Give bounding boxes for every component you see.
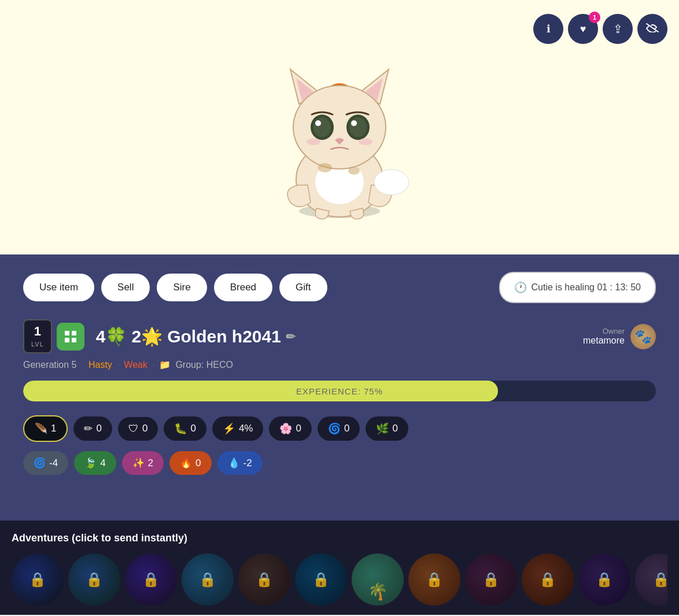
adventure-item-5[interactable]: 🔒 xyxy=(238,554,290,606)
pink-elem-value: 2 xyxy=(148,458,153,469)
info-icon: ℹ xyxy=(547,23,551,35)
adventure-item-8[interactable]: 🔒 xyxy=(408,554,460,606)
folder-icon: 📁 xyxy=(159,359,171,370)
top-area: ℹ ♥ 1 ⇪ xyxy=(0,0,679,254)
owner-label: Owner xyxy=(583,327,625,335)
level-number: 1 xyxy=(31,324,44,339)
element-stats-row: 🌀 -4 🍃 4 ✨ 2 🔥 0 💧 -2 xyxy=(23,451,656,475)
orange-elem-value: 0 xyxy=(195,458,201,469)
elem-orange[interactable]: 🔥 0 xyxy=(169,451,211,475)
experience-bar: EXPERIENCE: 75% xyxy=(23,381,656,401)
svg-point-13 xyxy=(307,138,320,145)
svg-point-16 xyxy=(318,163,332,172)
info-button[interactable]: ℹ xyxy=(533,14,563,44)
heart-icon: ♥ xyxy=(580,23,586,35)
stats-row: 🪶 1 ✏ 0 🛡 0 🐛 0 ⚡ 4% 🌸 0 🌀 0 🌿 0 xyxy=(23,415,656,442)
stat-bug[interactable]: 🐛 0 xyxy=(164,416,206,441)
green-elem-icon: 🍃 xyxy=(84,457,97,469)
adventure-item-6[interactable]: 🔒 xyxy=(295,554,347,606)
adventures-title: Adventures (click to send instantly) xyxy=(12,532,667,544)
lock-icon-12: 🔒 xyxy=(652,571,667,588)
hasty-trait: Hasty xyxy=(88,360,112,370)
svg-rect-20 xyxy=(65,338,69,342)
svg-point-8 xyxy=(313,117,331,137)
stat-attack-value: 0 xyxy=(96,423,101,434)
blockchain-icon xyxy=(57,323,84,351)
leaf-icon: 🌿 xyxy=(376,422,389,435)
adventure-item-4[interactable]: 🔒 xyxy=(182,554,234,606)
elem-pink[interactable]: ✨ 2 xyxy=(122,451,164,475)
lock-icon-10: 🔒 xyxy=(539,571,556,588)
heart-button[interactable]: ♥ 1 xyxy=(568,14,598,44)
elem-green[interactable]: 🍃 4 xyxy=(74,451,116,475)
lock-icon-3: 🔒 xyxy=(142,571,160,588)
lock-icon-8: 🔒 xyxy=(426,571,443,588)
cutie-name-text: Golden h2041 xyxy=(167,327,281,346)
pink-elem-icon: ✨ xyxy=(132,457,145,469)
lock-icon-2: 🔒 xyxy=(86,571,103,588)
traits-row: Generation 5 · Hasty · Weak · 📁 Group: H… xyxy=(23,359,656,370)
owner-name[interactable]: metamore xyxy=(583,335,625,346)
elem-grey[interactable]: 🌀 -4 xyxy=(23,451,68,475)
stat-flower[interactable]: 🌸 0 xyxy=(269,416,311,441)
cat-character xyxy=(259,40,420,226)
adventure-item-9[interactable]: 🔒 xyxy=(465,554,517,606)
stat-defense-value: 0 xyxy=(142,423,147,434)
adventure-item-10[interactable]: 🔒 xyxy=(522,554,574,606)
adventure-item-7[interactable]: 🌴 xyxy=(352,554,404,606)
stat-attack[interactable]: ✏ 0 xyxy=(73,416,112,441)
svg-rect-19 xyxy=(72,331,76,335)
owner-avatar[interactable]: 🐾 xyxy=(630,324,656,349)
lock-icon-5: 🔒 xyxy=(256,571,273,588)
adventure-item-3[interactable]: 🔒 xyxy=(125,554,177,606)
info-panel: Use item Sell Sire Breed Gift 🕐 Cutie is… xyxy=(0,254,679,521)
action-buttons-row: Use item Sell Sire Breed Gift 🕐 Cutie is… xyxy=(23,272,656,303)
group-label: Group: HECO xyxy=(175,360,233,370)
svg-rect-21 xyxy=(72,338,76,342)
experience-fill xyxy=(23,381,498,401)
use-item-button[interactable]: Use item xyxy=(23,274,94,301)
svg-point-12 xyxy=(351,120,357,126)
svg-rect-18 xyxy=(65,331,69,335)
share-button[interactable]: ⇪ xyxy=(603,14,633,44)
bug-icon: 🐛 xyxy=(174,422,187,435)
stat-spiral-value: 0 xyxy=(344,423,349,434)
star-count: 2🌟 xyxy=(131,326,163,346)
blue-elem-icon: 💧 xyxy=(228,457,240,469)
adventure-item-1[interactable]: 🔒 xyxy=(12,554,64,606)
sire-button[interactable]: Sire xyxy=(157,274,206,301)
feather-icon: 🪶 xyxy=(35,422,47,435)
healing-timer-button[interactable]: 🕐 Cutie is healing 01 : 13: 50 xyxy=(499,272,656,303)
experience-label: EXPERIENCE: 75% xyxy=(296,386,383,396)
svg-point-15 xyxy=(374,169,409,195)
stat-defense[interactable]: 🛡 0 xyxy=(118,417,158,441)
stat-leaf[interactable]: 🌿 0 xyxy=(366,416,408,441)
stat-feather[interactable]: 🪶 1 xyxy=(23,415,68,442)
elem-blue[interactable]: 💧 -2 xyxy=(217,451,263,475)
sell-button[interactable]: Sell xyxy=(101,274,150,301)
svg-point-17 xyxy=(348,167,360,175)
weak-trait: Weak xyxy=(124,360,147,370)
attack-icon: ✏ xyxy=(84,422,93,435)
stat-lightning-value: 4% xyxy=(239,423,253,434)
level-badge: 1 LVL xyxy=(23,319,52,353)
clover-count: 4🍀 xyxy=(96,326,127,346)
edit-name-icon[interactable]: ✏ xyxy=(286,330,296,344)
adventure-item-12[interactable]: 🔒 xyxy=(635,554,667,606)
stat-spiral[interactable]: 🌀 0 xyxy=(318,416,360,441)
adventure-item-2[interactable]: 🔒 xyxy=(68,554,120,606)
top-buttons: ℹ ♥ 1 ⇪ xyxy=(533,14,667,44)
name-row: 1 LVL 4🍀 2🌟 Golden h2041 ✏ xyxy=(23,319,656,353)
adventure-item-11[interactable]: 🔒 xyxy=(578,554,630,606)
paw-icon: 🐾 xyxy=(634,329,652,345)
share-icon: ⇪ xyxy=(613,22,623,36)
stat-lightning[interactable]: ⚡ 4% xyxy=(212,416,264,441)
svg-point-14 xyxy=(359,138,372,145)
stat-flower-value: 0 xyxy=(296,423,301,434)
hide-button[interactable] xyxy=(637,14,667,44)
breed-button[interactable]: Breed xyxy=(214,274,272,301)
gift-button[interactable]: Gift xyxy=(279,274,327,301)
svg-point-11 xyxy=(349,117,367,137)
lock-icon-6: 🔒 xyxy=(312,571,330,588)
eye-hide-icon xyxy=(646,23,659,35)
